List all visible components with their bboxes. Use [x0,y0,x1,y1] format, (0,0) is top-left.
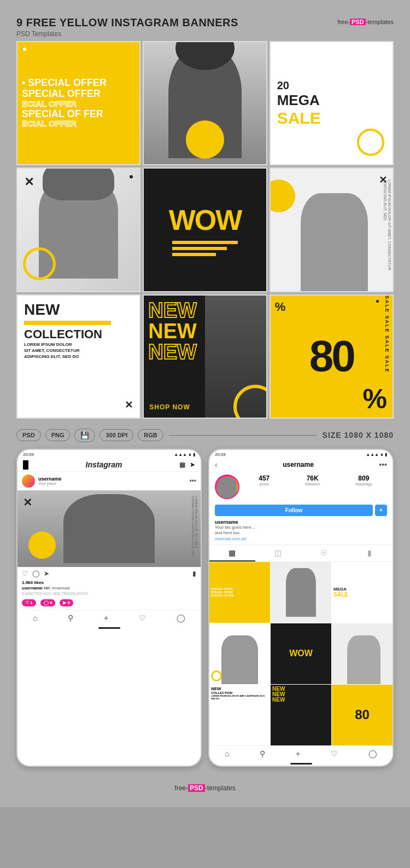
so-line-5: ECIAL OFFER [22,119,135,129]
b9-dot [376,300,379,303]
b6-side-text: LOREM IPSUM DOLOR SIT AMET, CONSECTETUR … [382,180,391,291]
post-yellow-circle [28,531,56,559]
mc3-sale: SALE [333,592,391,598]
b3-yellow-circle [357,129,384,156]
signal-icon: ▲▲▲ [174,452,187,457]
footer-logo: free-PSD-templates [16,784,394,792]
follow-button[interactable]: Follow [215,505,373,516]
tab-list[interactable]: ◫ [255,545,301,562]
footer-psd: PSD [188,784,205,792]
send-icon[interactable]: ➤ [190,461,195,468]
inbox-icon[interactable]: ▦ [179,461,185,468]
mc8-new3: NEW [272,697,330,703]
nav2-home-icon[interactable]: ⌂ [225,749,229,758]
mc4-ring [211,670,222,681]
mc7-new: NEW [211,686,268,691]
post-x-mark: ✕ [23,496,32,509]
profile-stats-row: 457 posts 76K followers 809 followings [209,471,393,502]
wifi-icon: ∎ [189,452,191,457]
instagram-nav-icons: ▦ ➤ [179,461,195,468]
post-image: ✕ LOREM IPSUM DOLOR SIT AMET, CONSECTETU… [17,490,201,567]
post-user-info: username Your place [38,476,62,485]
notif-badge-1: ♡ 1 [22,599,36,606]
posts-count: 457 [259,474,270,482]
bookmark-icon[interactable]: ▮ [192,570,196,577]
post-username: username [38,476,62,482]
tab-saved[interactable]: ▮ [347,545,393,562]
b3-sale: SALE [277,109,321,128]
format-badges: PSD PNG 💾 300 DPI RGB [16,429,163,442]
b7-x-mark: ✕ [125,399,133,411]
mc1-text3: SPECIAL OF FER [211,594,268,597]
nav-profile-icon[interactable]: ◯ [177,614,185,622]
comment-icon[interactable]: ◯ [32,570,39,577]
page-header: 9 FREE YELLOW INSTAGRAM BANNERS PSD Temp… [16,16,394,38]
post-more-btn[interactable]: ••• [189,477,196,485]
nav-search-icon[interactable]: ⚲ [68,614,73,622]
profile-mini-grid: SPECIAL OFFER SPECIAL OFFER SPECIAL OF F… [209,562,393,745]
following-label: followings [355,482,372,486]
followers-count: 76K [305,474,320,482]
nav2-add-icon[interactable]: + [296,749,300,758]
stats-group: 457 posts 76K followers 809 followings [244,474,387,486]
badge-rgb: RGB [138,429,163,441]
status-bar-2: 20:09 ▲▲▲ ∎ ▮ [209,450,393,458]
mini-cell-2 [271,562,331,623]
badge-png: PNG [45,429,71,441]
nav2-heart-icon[interactable]: ♡ [331,749,338,758]
b6-person [301,193,368,291]
so-line-3: ECIAL OFFER [22,100,135,109]
status-icons-1: ▲▲▲ ∎ ▮ [174,452,195,457]
post-time: 8 MINUTES AGO SEE TRANSLATION [17,591,201,596]
b3-mega: MEGA [277,92,320,109]
logo-text1: free- [337,19,350,25]
b5-line3 [172,253,216,256]
b4-x-mark: ✕ [24,175,34,189]
share-icon[interactable]: ➤ [44,570,49,577]
tab-grid[interactable]: ▦ [209,545,255,562]
bio-link[interactable]: marinad.com.ar/ [215,536,387,541]
back-arrow-icon[interactable]: ‹ [215,460,218,469]
page-title: 9 FREE YELLOW INSTAGRAM BANNERS [16,16,238,29]
phone-feed-mockup: 20:09 ▲▲▲ ∎ ▮ █ Instagram ▦ ➤ username [16,449,202,767]
b6-yellow-half [270,180,295,212]
b5-lines [172,241,238,256]
banner-person-hat: ✕ [16,167,140,292]
so-line-4: SPECIAL OF FER [22,109,135,120]
follow-dropdown-btn[interactable]: ▼ [375,505,387,516]
mini-cell-4 [209,623,270,684]
notification-bar: ♡ 1 ◯ 9 ▶ 5 [17,596,201,610]
followers-label: followers [305,482,320,486]
profile-avatar [215,474,239,499]
status-bar-1: 20:09 ▲▲▲ ∎ ▮ [17,450,201,458]
post-place: Your place [38,482,62,485]
banner-new-collection: NEW COLLECTION LOREM IPSUM DOLORSIT AMET… [16,294,140,419]
home-indicator-1 [98,627,120,629]
tab-tagged[interactable]: ☉ [301,545,347,562]
mc4-person [221,635,258,684]
nav-home-icon[interactable]: ⌂ [33,614,37,622]
phones-row: 20:09 ▲▲▲ ∎ ▮ █ Instagram ▦ ➤ username [16,449,394,767]
see-translation[interactable]: SEE TRANSLATION [52,592,87,595]
nav2-profile-icon[interactable]: ◯ [368,749,377,758]
mini-cell-8: NEW NEW NEW [271,685,331,745]
following-count: 809 [355,474,372,482]
status-icons-2: ▲▲▲ ∎ ▮ [366,452,387,457]
nav-heart-icon[interactable]: ♡ [139,614,146,622]
so-line-2: SPECIAL OFFER [22,89,135,100]
instagram-header: █ Instagram ▦ ➤ [17,458,201,472]
like-icon[interactable]: ♡ [22,570,28,577]
signal-icon-2: ▲▲▲ [366,452,379,457]
nav-add-icon[interactable]: + [104,614,108,622]
profile-more-btn[interactable]: ••• [379,460,387,469]
logo-text2: -templates [366,19,394,25]
b5-line2 [172,247,227,250]
footer-logo-text1: free- [174,784,188,792]
wifi-icon-2: ∎ [380,452,383,457]
caption-hashtag[interactable]: #marinad [51,586,69,591]
badge-file: 💾 [74,429,95,442]
page-subtitle: PSD Templates [16,30,238,38]
banner-wow: WOW [143,167,267,292]
nav2-search-icon[interactable]: ⚲ [260,749,265,758]
badge-dpi: 300 DPI [99,429,133,441]
